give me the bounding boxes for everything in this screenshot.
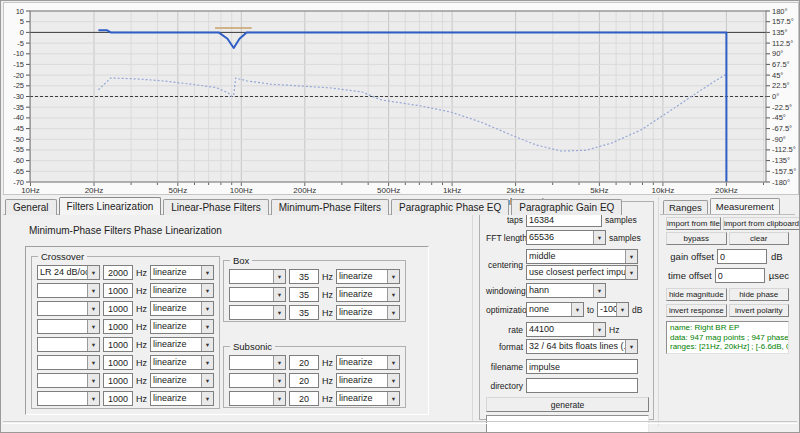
centering-select[interactable]: middle ▼	[526, 249, 638, 264]
frequency-input[interactable]	[289, 287, 319, 302]
optimization-select[interactable]: none ▼	[526, 302, 584, 317]
chevron-down-icon[interactable]: ▼	[87, 302, 99, 315]
tab-general[interactable]: General	[5, 199, 57, 215]
frequency-input[interactable]	[289, 355, 319, 370]
filter-type-select[interactable]: ▼	[37, 283, 100, 298]
chevron-down-icon[interactable]: ▼	[87, 338, 99, 351]
clear-button[interactable]: clear	[729, 232, 790, 245]
bypass-button[interactable]: bypass	[666, 232, 727, 245]
linearize-mode-select[interactable]: linearize ▼	[336, 391, 400, 406]
filter-type-select[interactable]: ▼	[37, 319, 100, 334]
linearize-mode-select[interactable]: linearize ▼	[150, 283, 214, 298]
chevron-down-icon[interactable]: ▼	[273, 374, 285, 387]
filter-type-select[interactable]: ▼	[229, 305, 286, 320]
chevron-down-icon[interactable]: ▼	[201, 302, 213, 315]
chevron-down-icon[interactable]: ▼	[387, 288, 399, 301]
frequency-input[interactable]	[289, 391, 319, 406]
tab-paragraphic-phase-eq[interactable]: Paragraphic Phase EQ	[391, 199, 509, 215]
frequency-input[interactable]	[103, 355, 133, 370]
chevron-down-icon[interactable]: ▼	[625, 340, 637, 353]
linearize-mode-select[interactable]: linearize ▼	[150, 355, 214, 370]
frequency-input[interactable]	[103, 337, 133, 352]
filename-input[interactable]	[526, 359, 638, 374]
chevron-down-icon[interactable]: ▼	[87, 320, 99, 333]
filter-type-select[interactable]: ▼	[37, 391, 100, 406]
chevron-down-icon[interactable]: ▼	[273, 392, 285, 405]
frequency-input[interactable]	[289, 373, 319, 388]
chevron-down-icon[interactable]: ▼	[616, 303, 628, 316]
chevron-down-icon[interactable]: ▼	[593, 231, 605, 244]
linearize-mode-select[interactable]: linearize ▼	[150, 391, 214, 406]
windowing-select[interactable]: hann ▼	[526, 283, 606, 298]
linearize-mode-select[interactable]: linearize ▼	[336, 355, 400, 370]
tab-paragraphic-gain-eq[interactable]: Paragraphic Gain EQ	[511, 199, 622, 215]
chevron-down-icon[interactable]: ▼	[87, 374, 99, 387]
hide-magnitude-button[interactable]: hide magnitude	[666, 288, 727, 301]
format-select[interactable]: 32 / 64 bits floats lines (.txt) ▼	[526, 339, 638, 354]
linearize-mode-select[interactable]: linearize ▼	[336, 305, 400, 320]
centering-mode-select[interactable]: use closest perfect impulse ▼	[526, 265, 638, 280]
filter-type-select[interactable]: ▼	[229, 287, 286, 302]
filter-type-select[interactable]: ▼	[229, 269, 286, 284]
chevron-down-icon[interactable]: ▼	[387, 356, 399, 369]
chevron-down-icon[interactable]: ▼	[201, 356, 213, 369]
gain-offset-input[interactable]	[717, 249, 767, 264]
chevron-down-icon[interactable]: ▼	[593, 284, 605, 297]
chevron-down-icon[interactable]: ▼	[87, 356, 99, 369]
chevron-down-icon[interactable]: ▼	[625, 250, 637, 263]
chevron-down-icon[interactable]: ▼	[593, 323, 605, 336]
chevron-down-icon[interactable]: ▼	[201, 374, 213, 387]
chevron-down-icon[interactable]: ▼	[87, 392, 99, 405]
import-from-clipboard-button[interactable]: import from clipboard	[723, 217, 800, 230]
tab-filters-linearization[interactable]: Filters Linearization	[59, 197, 162, 215]
chevron-down-icon[interactable]: ▼	[273, 288, 285, 301]
filter-type-select[interactable]: ▼	[229, 391, 286, 406]
fft-length-select[interactable]: 65536 ▼	[526, 230, 606, 245]
generate-button[interactable]: generate	[486, 397, 649, 412]
chevron-down-icon[interactable]: ▼	[201, 392, 213, 405]
frequency-input[interactable]	[103, 373, 133, 388]
frequency-input[interactable]	[103, 283, 133, 298]
chevron-down-icon[interactable]: ▼	[201, 320, 213, 333]
import-from-file-button[interactable]: import from file	[666, 217, 721, 230]
linearize-mode-select[interactable]: linearize ▼	[336, 287, 400, 302]
invert-response-button[interactable]: invert response	[666, 304, 727, 317]
hide-phase-button[interactable]: hide phase	[729, 288, 790, 301]
chevron-down-icon[interactable]: ▼	[387, 270, 399, 283]
frequency-input[interactable]	[103, 301, 133, 316]
filter-type-select[interactable]: ▼	[37, 337, 100, 352]
tab-ranges[interactable]: Ranges	[663, 200, 708, 214]
frequency-input[interactable]	[289, 269, 319, 284]
chevron-down-icon[interactable]: ▼	[201, 338, 213, 351]
chevron-down-icon[interactable]: ▼	[387, 374, 399, 387]
chevron-down-icon[interactable]: ▼	[273, 356, 285, 369]
optimization-db-select[interactable]: -100 ▼	[597, 302, 629, 317]
invert-polarity-button[interactable]: invert polarity	[729, 304, 790, 317]
chevron-down-icon[interactable]: ▼	[273, 270, 285, 283]
chevron-down-icon[interactable]: ▼	[201, 266, 213, 279]
linearize-mode-select[interactable]: linearize ▼	[150, 373, 214, 388]
chevron-down-icon[interactable]: ▼	[387, 306, 399, 319]
tab-measurement[interactable]: Measurement	[710, 198, 780, 214]
frequency-input[interactable]	[103, 319, 133, 334]
tab-minimum-phase-filters[interactable]: Minimum-Phase Filters	[271, 199, 389, 215]
filter-type-select[interactable]: LR 24 dB/oct ▼	[37, 265, 100, 280]
linearize-mode-select[interactable]: linearize ▼	[336, 269, 400, 284]
tab-linear-phase-filters[interactable]: Linear-Phase Filters	[163, 199, 268, 215]
chevron-down-icon[interactable]: ▼	[387, 392, 399, 405]
frequency-input[interactable]	[103, 391, 133, 406]
filter-type-select[interactable]: ▼	[229, 373, 286, 388]
chevron-down-icon[interactable]: ▼	[87, 266, 99, 279]
filter-type-select[interactable]: ▼	[37, 373, 100, 388]
frequency-input[interactable]	[289, 305, 319, 320]
chevron-down-icon[interactable]: ▼	[625, 266, 637, 279]
linearize-mode-select[interactable]: linearize ▼	[150, 301, 214, 316]
filter-type-select[interactable]: ▼	[229, 355, 286, 370]
chevron-down-icon[interactable]: ▼	[273, 306, 285, 319]
linearize-mode-select[interactable]: linearize ▼	[150, 319, 214, 334]
linearize-mode-select[interactable]: linearize ▼	[150, 337, 214, 352]
chevron-down-icon[interactable]: ▼	[571, 303, 583, 316]
linearize-mode-select[interactable]: linearize ▼	[336, 373, 400, 388]
filter-type-select[interactable]: ▼	[37, 301, 100, 316]
linearize-mode-select[interactable]: linearize ▼	[150, 265, 214, 280]
